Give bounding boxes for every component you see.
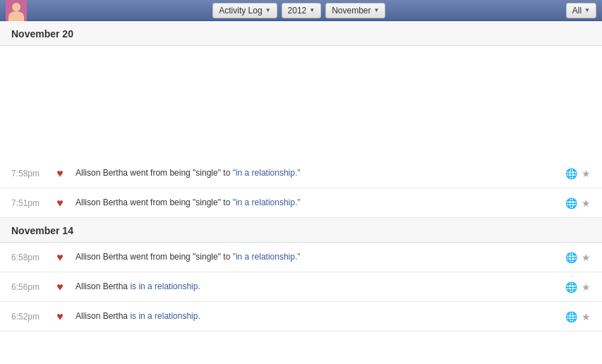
- activity-link[interactable]: "in a relationship.": [233, 198, 301, 207]
- activity-text: Allison Bertha is in a relationship.: [70, 281, 565, 293]
- activity-link[interactable]: "in a relationship.": [233, 252, 301, 262]
- time-label: 6:56pm: [11, 282, 50, 292]
- table-row: 7:51pm ♥ Allison Bertha went from being …: [0, 188, 602, 218]
- time-label: 7:51pm: [11, 198, 50, 208]
- activity-text: Allison Bertha is in a relationship.: [70, 310, 565, 322]
- month-caret: ▼: [374, 7, 380, 13]
- filter-dropdown[interactable]: All ▼: [566, 3, 596, 18]
- heart-icon-col: ♥: [50, 251, 70, 264]
- heart-icon: ♥: [56, 197, 64, 210]
- heart-icon-col: ♥: [50, 197, 70, 210]
- date-header-nov20: November 20: [0, 21, 602, 46]
- date-header-nov14: November 14: [0, 218, 602, 243]
- header-center: Activity Log ▼ 2012 ▼ November ▼: [32, 3, 566, 18]
- activity-link[interactable]: "in a relationship.": [233, 168, 301, 178]
- star-icon[interactable]: ★: [582, 281, 591, 293]
- activity-log-caret: ▼: [265, 7, 271, 13]
- activity-log-label: Activity Log: [219, 6, 262, 16]
- table-row: 6:56pm ♥ Allison Bertha is in a relation…: [0, 272, 602, 302]
- actions-col: 🌐 ★: [565, 198, 591, 209]
- time-label: 6:58pm: [11, 253, 50, 262]
- filter-label: All: [572, 6, 582, 16]
- filter-caret: ▼: [584, 7, 590, 13]
- heart-icon: ♥: [56, 310, 64, 323]
- star-icon[interactable]: ★: [582, 198, 591, 209]
- year-caret: ▼: [309, 7, 315, 13]
- actions-col: 🌐 ★: [565, 168, 591, 179]
- heart-icon: ♥: [56, 251, 64, 264]
- header-right: All ▼: [566, 3, 596, 18]
- star-icon[interactable]: ★: [582, 168, 591, 179]
- month-label: November: [332, 6, 371, 16]
- time-label: 6:52pm: [11, 312, 50, 322]
- table-row: 7:58pm ♥ Allison Bertha went from being …: [0, 159, 602, 188]
- header: Activity Log ▼ 2012 ▼ November ▼ All ▼: [0, 0, 602, 21]
- heart-icon-col: ♥: [50, 167, 70, 180]
- main-content: November 20 7:58pm ♥ Allison Bertha went…: [0, 21, 602, 364]
- activity-link[interactable]: is in a relationship.: [130, 281, 200, 291]
- actions-col: 🌐 ★: [565, 311, 591, 322]
- actions-col: 🌐 ★: [565, 252, 591, 263]
- star-icon[interactable]: ★: [582, 311, 591, 322]
- globe-icon[interactable]: 🌐: [565, 281, 577, 293]
- activity-text: Allison Bertha went from being "single" …: [70, 167, 565, 179]
- avatar[interactable]: [6, 0, 27, 21]
- globe-icon[interactable]: 🌐: [565, 168, 577, 179]
- table-row: 6:52pm ♥ Allison Bertha is in a relation…: [0, 302, 602, 332]
- time-label: 7:58pm: [11, 169, 50, 178]
- empty-space: [0, 46, 602, 159]
- star-icon[interactable]: ★: [582, 252, 591, 263]
- actions-col: 🌐 ★: [565, 281, 591, 293]
- heart-icon: ♥: [56, 281, 64, 293]
- activity-link[interactable]: is in a relationship.: [130, 311, 200, 321]
- year-label: 2012: [288, 6, 307, 16]
- activity-text: Allison Bertha went from being "single" …: [70, 251, 565, 263]
- activity-log-dropdown[interactable]: Activity Log ▼: [212, 3, 277, 18]
- year-dropdown[interactable]: 2012 ▼: [282, 3, 322, 18]
- heart-icon-col: ♥: [50, 281, 70, 293]
- globe-icon[interactable]: 🌐: [565, 198, 577, 209]
- table-row: 6:58pm ♥ Allison Bertha went from being …: [0, 243, 602, 272]
- activity-text: Allison Bertha went from being "single" …: [70, 197, 565, 209]
- month-dropdown[interactable]: November ▼: [325, 3, 385, 18]
- globe-icon[interactable]: 🌐: [565, 311, 577, 322]
- heart-icon-col: ♥: [50, 310, 70, 323]
- globe-icon[interactable]: 🌐: [565, 252, 577, 263]
- heart-icon: ♥: [56, 167, 64, 180]
